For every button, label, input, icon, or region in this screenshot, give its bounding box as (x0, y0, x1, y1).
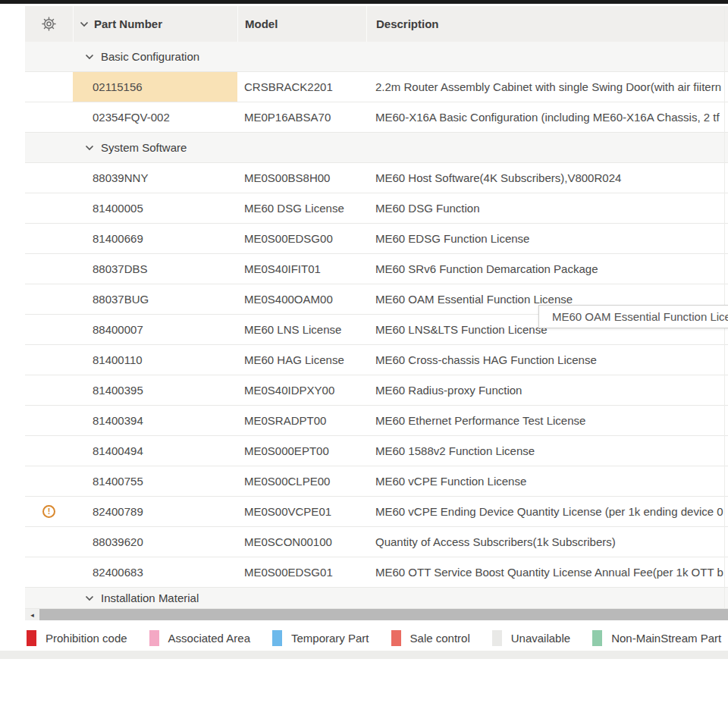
desc-value: ME60-X16A Basic Configuration (including… (375, 111, 720, 124)
cell-part[interactable]: 81400494 (73, 436, 237, 466)
cell-part[interactable]: 02115156 (73, 72, 237, 102)
table-row[interactable]: 81400755ME0S00CLPE00ME60 vCPE Function L… (25, 466, 728, 497)
model-value: CRSBRACK2201 (244, 80, 333, 93)
table-row[interactable]: 82400683ME0S00EDSG01ME60 OTT Service Boo… (25, 557, 728, 588)
chevron-down-icon[interactable] (85, 145, 94, 151)
part-value: 81400669 (93, 232, 143, 245)
cell-model[interactable]: ME0S000EPT00 (237, 436, 366, 466)
cell-model[interactable]: ME0S400OAM00 (237, 284, 366, 314)
cell-part[interactable]: 81400395 (73, 375, 237, 405)
cell-part[interactable]: 88037BUG (73, 284, 237, 314)
table-row[interactable]: !82400789ME0S00VCPE01ME60 vCPE Ending De… (25, 497, 728, 527)
cell-part[interactable]: 81400669 (73, 224, 237, 253)
row-status-cell (25, 193, 73, 223)
desc-value: ME60 OAM Essential Function License (375, 293, 573, 306)
cell-part[interactable]: 88039NNY (73, 163, 237, 193)
group-row-installation-material[interactable]: Installation Material (25, 588, 728, 609)
horizontal-scrollbar[interactable]: ◂ (25, 609, 728, 620)
model-value: ME0S40IDPXY00 (244, 384, 334, 397)
row-status-cell (25, 102, 73, 132)
header-model[interactable]: Model (237, 6, 366, 42)
model-value: ME0S000EPT00 (244, 444, 329, 457)
top-border-bar (0, 0, 728, 4)
row-status-cell (25, 345, 73, 375)
cell-desc[interactable]: ME60 DSG Function (366, 193, 728, 223)
cell-model[interactable]: ME0SCON00100 (237, 527, 366, 557)
cell-part[interactable]: 02354FQV-002 (73, 102, 237, 132)
gear-icon[interactable] (41, 16, 57, 32)
cell-part[interactable]: 82400683 (73, 557, 237, 587)
cell-model[interactable]: ME60 HAG License (237, 345, 366, 375)
cell-model[interactable]: CRSBRACK2201 (237, 72, 366, 102)
row-status-cell (25, 406, 73, 435)
scrollbar-thumb[interactable] (39, 609, 728, 620)
header-settings-cell[interactable] (25, 6, 73, 42)
tooltip-text: ME60 OAM Essential Function Licenc (552, 310, 728, 323)
cell-model[interactable]: ME0S00VCPE01 (237, 497, 366, 526)
group-row-system-software[interactable]: System Software (25, 133, 728, 163)
cell-part[interactable]: 81400110 (73, 345, 237, 375)
cell-model[interactable]: ME0S00BS8H00 (237, 163, 366, 193)
cell-desc[interactable]: ME60 Radius-proxy Function (366, 375, 728, 405)
table-row[interactable]: 81400669ME0S00EDSG00ME60 EDSG Function L… (25, 224, 728, 254)
cell-desc[interactable]: ME60 vCPE Function License (366, 466, 728, 496)
model-value: ME0S40IFIT01 (244, 262, 321, 275)
cell-desc[interactable]: ME60 EDSG Function License (366, 224, 728, 253)
cell-desc[interactable]: ME60 vCPE Ending Device Quantity License… (366, 497, 728, 526)
cell-part[interactable]: 81400755 (73, 466, 237, 496)
scroll-left-arrow-icon[interactable]: ◂ (25, 609, 39, 620)
cell-part[interactable]: 88039620 (73, 527, 237, 557)
cell-desc[interactable]: Quantity of Access Subscribers(1k Subscr… (366, 527, 728, 557)
desc-value: Quantity of Access Subscribers(1k Subscr… (375, 535, 616, 548)
cell-part[interactable]: 88400007 (73, 315, 237, 344)
cell-model[interactable]: ME0S00EDSG00 (237, 224, 366, 253)
cell-model[interactable]: ME60 DSG License (237, 193, 366, 223)
group-label: Basic Configuration (101, 50, 199, 63)
header-part-number[interactable]: Part Number (73, 6, 237, 42)
cell-model[interactable]: ME60 LNS License (237, 315, 366, 344)
cell-desc[interactable]: ME60 Cross-chassis HAG Function License (366, 345, 728, 375)
cell-desc[interactable]: 2.2m Router Assembly Cabinet with single… (366, 72, 728, 102)
cell-model[interactable]: ME0S00CLPE00 (237, 466, 366, 496)
cell-model[interactable]: ME0S40IFIT01 (237, 254, 366, 284)
cell-part[interactable]: 82400789 (73, 497, 237, 526)
cell-part[interactable]: 81400394 (73, 406, 237, 435)
table-row[interactable]: 02115156CRSBRACK22012.2m Router Assembly… (25, 72, 728, 102)
group-row-basic-configuration[interactable]: Basic Configuration (25, 42, 728, 72)
table-row[interactable]: 88037DBSME0S40IFIT01ME60 SRv6 Function D… (25, 254, 728, 284)
cell-desc[interactable]: ME60 SRv6 Function Demarcation Package (366, 254, 728, 284)
legend-label: Sale control (410, 632, 470, 645)
desc-value: 2.2m Router Assembly Cabinet with single… (375, 80, 721, 93)
cell-part[interactable]: 88037DBS (73, 254, 237, 284)
table-row[interactable]: 88039NNYME0S00BS8H00ME60 Host Software(4… (25, 163, 728, 193)
row-status-cell (25, 557, 73, 587)
desc-value: ME60 OTT Service Boost Quantity License … (375, 566, 723, 579)
cell-part[interactable]: 81400005 (73, 193, 237, 223)
table-row[interactable]: 88039620ME0SCON00100Quantity of Access S… (25, 527, 728, 557)
model-value: ME0S00VCPE01 (244, 505, 331, 518)
table-row[interactable]: 02354FQV-002ME0P16ABSA70ME60-X16A Basic … (25, 102, 728, 133)
cell-model[interactable]: ME0SRADPT00 (237, 406, 366, 435)
table-row[interactable]: 81400394ME0SRADPT00ME60 Ethernet Perform… (25, 406, 728, 436)
table-row[interactable]: 81400395ME0S40IDPXY00ME60 Radius-proxy F… (25, 375, 728, 406)
cell-desc[interactable]: ME60 Host Software(4K Subscribers),V800R… (366, 163, 728, 193)
chevron-down-icon[interactable] (85, 54, 94, 60)
header-description[interactable]: Description (366, 6, 728, 42)
hover-tooltip: ME60 OAM Essential Function Licenc (538, 305, 728, 328)
cell-model[interactable]: ME0S00EDSG01 (237, 557, 366, 587)
table-row[interactable]: 81400110ME60 HAG LicenseME60 Cross-chass… (25, 345, 728, 375)
chevron-down-icon[interactable] (85, 595, 94, 601)
cell-desc[interactable]: ME60 Ethernet Performance Test License (366, 406, 728, 435)
chevron-down-icon[interactable] (80, 21, 89, 27)
desc-value: ME60 LNS&LTS Function License (375, 323, 548, 336)
table-row[interactable]: 81400005ME60 DSG LicenseME60 DSG Functio… (25, 193, 728, 224)
cell-desc[interactable]: ME60 OTT Service Boost Quantity License … (366, 557, 728, 587)
row-status-cell: ! (25, 497, 73, 526)
header-model-label: Model (245, 17, 278, 30)
cell-model[interactable]: ME0S40IDPXY00 (237, 375, 366, 405)
cell-desc[interactable]: ME60-X16A Basic Configuration (including… (366, 102, 728, 132)
cell-desc[interactable]: ME60 1588v2 Function License (366, 436, 728, 466)
table-row[interactable]: 81400494ME0S000EPT00ME60 1588v2 Function… (25, 436, 728, 466)
cell-model[interactable]: ME0P16ABSA70 (237, 102, 366, 132)
warning-circle-icon[interactable]: ! (42, 505, 55, 518)
